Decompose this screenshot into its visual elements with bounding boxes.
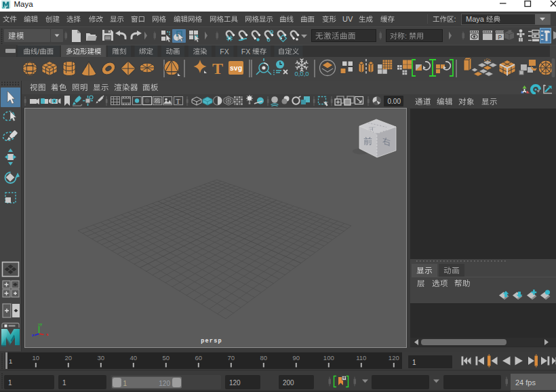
- svg-text:1: 1: [412, 359, 416, 366]
- svg-text:y: y: [40, 321, 43, 327]
- svg-text:40: 40: [130, 354, 138, 361]
- svg-text:s: s: [532, 378, 536, 387]
- svg-text:y: y: [38, 321, 41, 327]
- svg-text:1: 1: [8, 379, 12, 387]
- svg-text:100: 100: [323, 354, 334, 361]
- svg-text:z: z: [32, 332, 34, 338]
- svg-text:50: 50: [163, 354, 170, 361]
- svg-text:90: 90: [293, 354, 300, 361]
- svg-text:persp: persp: [201, 338, 222, 345]
- svg-text:Maya: Maya: [14, 0, 34, 8]
- svg-text:T: T: [176, 98, 180, 105]
- svg-text:M: M: [466, 15, 472, 23]
- svg-text:60: 60: [195, 354, 203, 361]
- svg-text:a: a: [480, 15, 485, 23]
- svg-text:10: 10: [33, 354, 40, 361]
- svg-text:P: P: [498, 34, 502, 41]
- svg-text:0.00: 0.00: [388, 98, 401, 105]
- svg-text:x: x: [46, 332, 49, 337]
- svg-text:30: 30: [98, 354, 105, 361]
- svg-text:1: 1: [9, 357, 12, 365]
- svg-text:p: p: [528, 378, 532, 387]
- svg-text:U: U: [342, 15, 348, 23]
- svg-text:V: V: [348, 15, 353, 23]
- svg-text:svg: svg: [230, 64, 242, 72]
- svg-text:200: 200: [283, 379, 294, 387]
- svg-text:20: 20: [65, 354, 73, 361]
- svg-text:110: 110: [356, 354, 366, 361]
- svg-text:0,0,0: 0,0,0: [294, 70, 309, 77]
- svg-text:80: 80: [260, 354, 268, 361]
- svg-text:T: T: [212, 60, 223, 77]
- svg-text:1: 1: [123, 380, 127, 387]
- svg-text:120: 120: [389, 354, 399, 361]
- svg-text:120: 120: [159, 380, 170, 387]
- svg-text:120: 120: [229, 379, 241, 387]
- svg-text:X: X: [245, 47, 250, 56]
- svg-text:/: /: [37, 47, 39, 56]
- svg-text:1: 1: [62, 379, 66, 387]
- svg-text:X: X: [224, 47, 229, 56]
- svg-text:70: 70: [228, 354, 235, 361]
- svg-text:4: 4: [519, 378, 523, 387]
- svg-text::: :: [454, 15, 456, 23]
- svg-text::: :: [405, 32, 407, 40]
